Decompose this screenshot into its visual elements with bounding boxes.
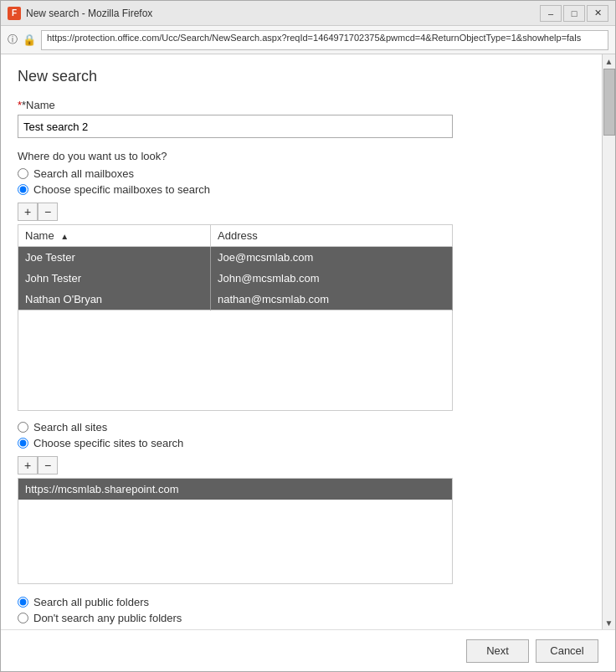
sites-option1[interactable]: Search all sites <box>18 421 585 433</box>
mailbox-name-cell: John Tester <box>18 268 211 289</box>
mailboxes-option1[interactable]: Search all mailboxes <box>18 167 585 180</box>
sites-radio2[interactable] <box>18 438 28 449</box>
sites-empty-area <box>18 500 452 583</box>
cancel-button[interactable]: Cancel <box>536 639 598 663</box>
sites-radio-group: Search all sites Choose specific sites t… <box>18 421 585 449</box>
close-button[interactable]: ✕ <box>587 5 608 22</box>
table-row[interactable]: Nathan O'Bryannathan@mcsmlab.com <box>18 289 453 310</box>
scrollbar-thumb[interactable] <box>603 69 615 136</box>
minimize-button[interactable]: – <box>540 5 562 22</box>
next-button[interactable]: Next <box>466 639 529 663</box>
mailboxes-toolbar: + − <box>18 203 585 221</box>
mailboxes-radio-group: Search all mailboxes Choose specific mai… <box>18 167 585 196</box>
mailbox-address-cell: Joe@mcsmlab.com <box>211 247 453 269</box>
url-bar[interactable]: https://protection.office.com/Ucc/Search… <box>41 30 608 50</box>
sites-radio1[interactable] <box>18 422 28 433</box>
public-folders-option2[interactable]: Don't search any public folders <box>18 612 585 624</box>
sort-arrow-icon: ▲ <box>60 232 69 241</box>
table-row[interactable]: Joe TesterJoe@mcsmlab.com <box>18 247 453 269</box>
lock-icon: 🔒 <box>23 33 36 46</box>
info-icon[interactable]: ⓘ <box>8 33 18 47</box>
folders-radio1[interactable] <box>18 597 28 608</box>
mailbox-address-cell: nathan@mcsmlab.com <box>211 289 453 310</box>
table-row[interactable]: John TesterJohn@mcsmlab.com <box>18 268 453 289</box>
sites-remove-button[interactable]: − <box>38 456 58 475</box>
window-controls: – □ ✕ <box>540 5 608 22</box>
mailboxes-remove-button[interactable]: − <box>38 203 58 221</box>
app-icon: F <box>8 7 21 20</box>
maximize-button[interactable]: □ <box>563 5 585 22</box>
scroll-up-button[interactable]: ▲ <box>603 54 615 68</box>
mailboxes-option2[interactable]: Choose specific mailboxes to search <box>18 183 585 196</box>
folders-radio2[interactable] <box>18 613 28 623</box>
mailboxes-empty-area <box>18 310 453 411</box>
titlebar: F New search - Mozilla Firefox – □ ✕ <box>1 1 615 26</box>
mailbox-name-cell: Nathan O'Bryan <box>18 289 211 310</box>
mailboxes-question: Where do you want us to look? <box>18 150 585 162</box>
mailboxes-radio1[interactable] <box>18 168 28 179</box>
sites-row[interactable]: https://mcsmlab.sharepoint.com <box>18 479 452 500</box>
public-folders-radio-group: Search all public folders Don't search a… <box>18 596 585 624</box>
mailbox-name-cell: Joe Tester <box>18 247 211 269</box>
mailbox-address-cell: John@mcsmlab.com <box>211 268 453 289</box>
address-column-header[interactable]: Address <box>211 225 453 247</box>
window-title: New search - Mozilla Firefox <box>26 8 540 19</box>
sites-table: https://mcsmlab.sharepoint.com <box>18 478 453 584</box>
scroll-down-button[interactable]: ▼ <box>603 616 615 629</box>
name-input[interactable] <box>18 115 453 138</box>
mailboxes-table-header: Name ▲ Address <box>18 225 453 247</box>
sites-toolbar: + − <box>18 456 585 475</box>
sites-add-button[interactable]: + <box>18 456 38 475</box>
footer: Next Cancel <box>1 629 615 671</box>
scrollbar-track[interactable] <box>603 136 615 616</box>
name-column-header[interactable]: Name ▲ <box>18 225 211 247</box>
page-title: New search <box>18 68 585 85</box>
main-content: New search **Name Where do you want us t… <box>1 54 602 629</box>
addressbar: ⓘ 🔒 https://protection.office.com/Ucc/Se… <box>1 26 615 54</box>
mailboxes-table: Name ▲ Address Joe TesterJoe@mcsmlab.com… <box>18 224 453 310</box>
sites-option2[interactable]: Choose specific sites to search <box>18 437 585 449</box>
name-label: **Name <box>18 99 585 111</box>
scrollbar[interactable]: ▲ ▼ <box>602 54 615 629</box>
public-folders-option1[interactable]: Search all public folders <box>18 596 585 608</box>
mailboxes-radio2[interactable] <box>18 184 28 195</box>
mailboxes-add-button[interactable]: + <box>18 203 38 221</box>
